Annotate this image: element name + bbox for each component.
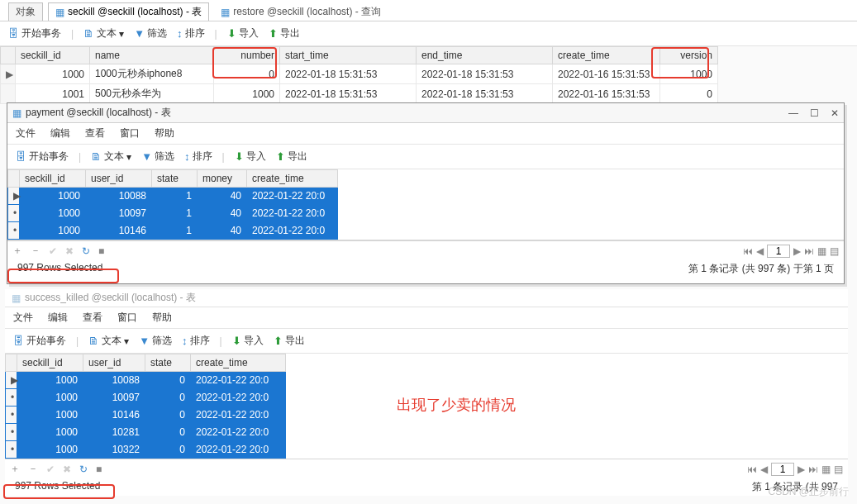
grid-view-icon[interactable]: ▦ bbox=[817, 245, 826, 257]
cell[interactable]: 1000 bbox=[17, 372, 83, 389]
table-row[interactable]: ▶ 1000 10088 0 2022-01-22 20:0 bbox=[6, 372, 286, 389]
text-button[interactable]: 🗎文本 ▾ bbox=[83, 26, 124, 40]
cell[interactable]: 2022-01-22 20:0 bbox=[191, 372, 286, 389]
cell[interactable]: 2022-01-22 20:0 bbox=[191, 407, 286, 424]
filter-button[interactable]: ▼筛选 bbox=[134, 26, 167, 40]
commit-button[interactable]: ✔ bbox=[49, 245, 57, 257]
text-button[interactable]: 🗎文本 ▾ bbox=[91, 150, 131, 164]
grid-view-icon[interactable]: ▦ bbox=[821, 464, 831, 475]
cancel-button[interactable]: ✖ bbox=[65, 245, 74, 257]
tab-objects[interactable]: 对象 bbox=[8, 2, 43, 21]
cell[interactable]: 1000 bbox=[17, 407, 83, 424]
import-button[interactable]: ⬇导入 bbox=[232, 334, 264, 348]
seckill-grid[interactable]: seckill_id name number start_time end_ti… bbox=[0, 46, 718, 104]
first-page-button[interactable]: ⏮ bbox=[743, 245, 753, 257]
col-end-time[interactable]: end_time bbox=[417, 47, 553, 64]
menu-window[interactable]: 窗口 bbox=[120, 126, 140, 140]
table-row[interactable]: ▶ 1000 1000元秒杀iphone8 0 2022-01-18 15:31… bbox=[1, 64, 718, 84]
close-button[interactable]: ✕ bbox=[831, 107, 839, 119]
import-button[interactable]: ⬇导入 bbox=[235, 150, 266, 164]
cell[interactable]: 2022-01-22 20:0 bbox=[191, 441, 286, 459]
refresh-button[interactable]: ↻ bbox=[82, 245, 90, 257]
cell[interactable]: 10088 bbox=[83, 372, 145, 389]
form-view-icon[interactable]: ▤ bbox=[834, 464, 843, 475]
import-button[interactable]: ⬇导入 bbox=[227, 26, 259, 40]
table-row[interactable]: • 1000 10097 0 2022-01-22 20:0 bbox=[6, 389, 286, 407]
cell[interactable]: 0 bbox=[214, 64, 280, 84]
prev-page-button[interactable]: ◀ bbox=[760, 464, 768, 475]
cell[interactable]: 0 bbox=[145, 372, 191, 389]
cell[interactable]: 2022-01-18 15:31:53 bbox=[280, 64, 417, 84]
table-row[interactable]: • 1000 10146 1 40 2022-01-22 20:0 bbox=[8, 222, 338, 240]
refresh-button[interactable]: ↻ bbox=[79, 464, 88, 475]
delete-row-button[interactable]: － bbox=[28, 462, 38, 476]
cell[interactable]: 40 bbox=[198, 188, 247, 205]
col-start-time[interactable]: start_time bbox=[280, 47, 417, 64]
commit-button[interactable]: ✔ bbox=[46, 464, 55, 475]
cell[interactable]: 0 bbox=[145, 441, 191, 459]
cell[interactable]: 0 bbox=[145, 389, 191, 407]
add-row-button[interactable]: ＋ bbox=[12, 244, 22, 258]
cell[interactable]: 1000 bbox=[17, 441, 83, 459]
stop-button[interactable]: ■ bbox=[98, 245, 104, 257]
cell[interactable]: 1 bbox=[152, 222, 198, 240]
cell[interactable]: 1000 bbox=[660, 64, 718, 84]
cell[interactable]: 1 bbox=[152, 188, 198, 205]
prev-page-button[interactable]: ◀ bbox=[756, 245, 764, 257]
col-seckill-id[interactable]: seckill_id bbox=[17, 354, 83, 372]
cell[interactable]: 1000元秒杀iphone8 bbox=[90, 64, 214, 84]
col-name[interactable]: name bbox=[90, 47, 214, 64]
table-row[interactable]: 1001 500元秒杀华为 1000 2022-01-18 15:31:53 2… bbox=[1, 84, 718, 104]
menu-file[interactable]: 文件 bbox=[13, 311, 33, 325]
cell[interactable]: 2022-01-16 15:31:53 bbox=[553, 84, 660, 104]
col-money[interactable]: money bbox=[198, 170, 247, 188]
menu-file[interactable]: 文件 bbox=[16, 126, 36, 140]
next-page-button[interactable]: ▶ bbox=[793, 245, 801, 257]
cell[interactable]: 1000 bbox=[17, 424, 83, 441]
menu-view[interactable]: 查看 bbox=[85, 126, 105, 140]
cell[interactable]: 1 bbox=[152, 205, 198, 222]
cell[interactable]: 2022-01-22 20:0 bbox=[191, 424, 286, 441]
payment-grid[interactable]: seckill_id user_id state money create_ti… bbox=[7, 169, 338, 240]
cell[interactable]: 40 bbox=[198, 205, 247, 222]
start-transaction-button[interactable]: 🗄开始事务 bbox=[8, 26, 61, 40]
titlebar[interactable]: ▦ payment @seckill (localhost) - 表 — ☐ ✕ bbox=[7, 103, 844, 123]
cell[interactable]: 10146 bbox=[83, 407, 145, 424]
col-user-id[interactable]: user_id bbox=[86, 170, 152, 188]
cell[interactable]: 10146 bbox=[86, 222, 152, 240]
menu-edit[interactable]: 编辑 bbox=[48, 311, 68, 325]
export-button[interactable]: ⬆导出 bbox=[276, 150, 307, 164]
filter-button[interactable]: ▼筛选 bbox=[141, 150, 174, 164]
minimize-button[interactable]: — bbox=[788, 107, 798, 119]
tab-restore[interactable]: ▦ restore @seckill (localhost) - 查询 bbox=[214, 3, 388, 21]
menu-view[interactable]: 查看 bbox=[83, 311, 102, 325]
cell[interactable]: 2022-01-18 15:31:53 bbox=[280, 84, 417, 104]
cell[interactable]: 1000 bbox=[20, 222, 86, 240]
export-button[interactable]: ⬆导出 bbox=[269, 26, 300, 40]
cell[interactable]: 1000 bbox=[20, 188, 86, 205]
next-page-button[interactable]: ▶ bbox=[797, 464, 805, 475]
col-seckill-id[interactable]: seckill_id bbox=[16, 47, 90, 64]
last-page-button[interactable]: ⏭ bbox=[808, 464, 818, 475]
table-row[interactable]: • 1000 10281 0 2022-01-22 20:0 bbox=[6, 424, 286, 441]
cancel-button[interactable]: ✖ bbox=[63, 464, 71, 475]
sort-button[interactable]: ↕排序 bbox=[184, 150, 212, 164]
page-input[interactable] bbox=[771, 463, 794, 476]
cell[interactable]: 2022-01-22 20:0 bbox=[191, 389, 286, 407]
cell[interactable]: 40 bbox=[198, 222, 247, 240]
table-row[interactable]: • 1000 10097 1 40 2022-01-22 20:0 bbox=[8, 205, 338, 222]
cell[interactable]: 10088 bbox=[86, 188, 152, 205]
start-transaction-button[interactable]: 🗄开始事务 bbox=[13, 334, 66, 348]
menu-help[interactable]: 帮助 bbox=[152, 311, 172, 325]
cell[interactable]: 1000 bbox=[17, 389, 83, 407]
tab-seckill[interactable]: ▦ seckill @seckill (localhost) - 表 bbox=[48, 2, 209, 21]
page-input[interactable] bbox=[767, 245, 790, 258]
menu-window[interactable]: 窗口 bbox=[117, 311, 137, 325]
stop-button[interactable]: ■ bbox=[96, 464, 102, 475]
col-state[interactable]: state bbox=[152, 170, 198, 188]
cell[interactable]: 2022-01-22 20:0 bbox=[247, 188, 338, 205]
last-page-button[interactable]: ⏭ bbox=[804, 245, 814, 257]
cell[interactable]: 2022-01-18 15:31:53 bbox=[417, 84, 553, 104]
col-create-time[interactable]: create_time bbox=[247, 170, 338, 188]
maximize-button[interactable]: ☐ bbox=[810, 107, 819, 119]
